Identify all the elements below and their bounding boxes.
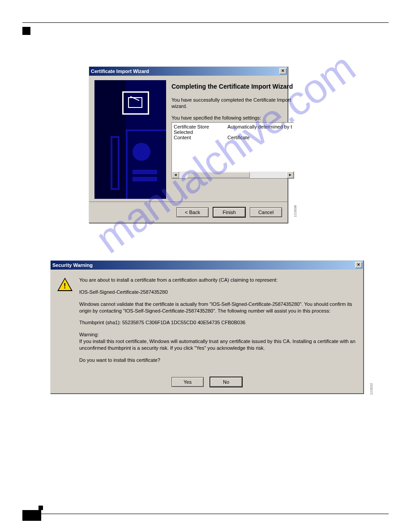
scroll-thumb[interactable]: [187, 172, 250, 178]
security-warning-dialog: Security Warning ✕ ! You are about to in…: [50, 260, 364, 394]
warning-button-row: Yes No: [51, 374, 363, 393]
warning-title-text: Security Warning: [52, 262, 93, 268]
scroll-track[interactable]: [179, 172, 287, 178]
warning-body: ! You are about to install a certificate…: [51, 270, 363, 374]
wizard-body: Completing the Certificate Import Wizard…: [89, 76, 287, 202]
page-bottom-marker: [22, 510, 41, 521]
wizard-settings-label: You have specified the following setting…: [171, 115, 294, 121]
certificate-import-wizard-dialog: Certificate Import Wizard ✕ Completing t…: [89, 66, 288, 223]
scroll-right-icon[interactable]: ►: [287, 172, 294, 178]
close-icon[interactable]: ✕: [279, 68, 287, 74]
warning-question: Do you want to install this certificate?: [79, 357, 356, 364]
wizard-sidebar-graphic: [94, 80, 166, 199]
wizard-success-text: You have successfully completed the Cert…: [171, 97, 294, 110]
warning-text-block: You are about to install a certificate f…: [79, 277, 356, 369]
horizontal-scrollbar[interactable]: ◄ ►: [171, 172, 294, 179]
finish-button[interactable]: Finish: [213, 207, 245, 217]
warning-titlebar[interactable]: Security Warning ✕: [51, 261, 363, 270]
figure-id-label: 121632: [369, 383, 373, 395]
figure-id-label: 121638: [293, 205, 297, 217]
settings-value: Certificate: [227, 135, 292, 140]
settings-row: Certificate Store Selected Automatically…: [174, 124, 292, 135]
scroll-left-icon[interactable]: ◄: [172, 172, 179, 178]
cancel-button[interactable]: Cancel: [250, 207, 282, 217]
settings-key: Content: [174, 135, 227, 140]
wizard-title-text: Certificate Import Wizard: [91, 69, 149, 74]
settings-row: Content Certificate: [174, 135, 292, 140]
wizard-main: Completing the Certificate Import Wizard…: [171, 80, 294, 199]
close-icon[interactable]: ✕: [355, 262, 362, 268]
back-button[interactable]: < Back: [176, 207, 209, 217]
wizard-settings-list: Certificate Store Selected Automatically…: [171, 122, 294, 172]
wizard-heading: Completing the Certificate Import Wizard: [171, 83, 294, 90]
warning-label: Warning:: [79, 331, 356, 338]
wizard-titlebar[interactable]: Certificate Import Wizard ✕: [89, 67, 287, 76]
wizard-button-row: < Back Finish Cancel: [89, 202, 287, 223]
warning-validate-text: Windows cannot validate that the certifi…: [79, 301, 356, 314]
warning-triangle-icon: !: [58, 278, 72, 292]
settings-key: Certificate Store Selected: [174, 124, 227, 135]
warning-thumbprint: Thumbprint (sha1): 55235875 C306F1DA 1DC…: [79, 319, 356, 326]
settings-value: Automatically determined by t: [227, 124, 292, 135]
warning-risk-text: If you install this root certificate, Wi…: [79, 338, 356, 352]
warning-cert-name: IOS-Self-Signed-Certificate-2587435280: [79, 289, 356, 296]
no-button[interactable]: No: [210, 377, 242, 387]
page-top-marker: [22, 27, 30, 35]
yes-button[interactable]: Yes: [171, 377, 204, 387]
warning-intro: You are about to install a certificate f…: [79, 277, 356, 283]
